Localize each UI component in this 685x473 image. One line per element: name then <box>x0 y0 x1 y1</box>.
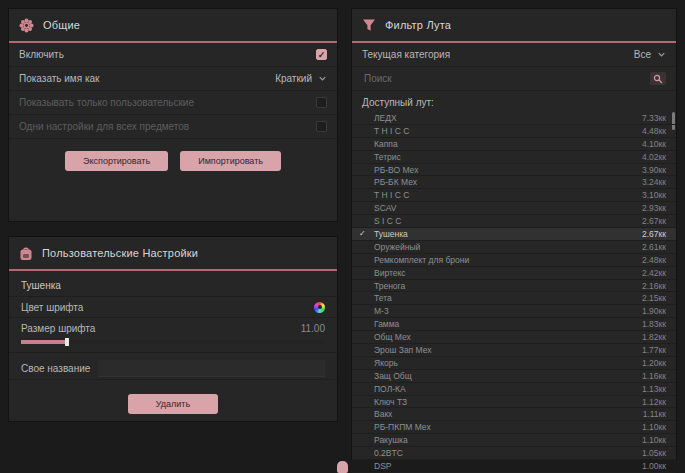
loot-item-row[interactable]: ✓Гамма1.83кк <box>352 318 676 331</box>
delete-row: Удалить <box>9 394 337 414</box>
custom-settings-panel: Пользовательские Настройки Тушенка Цвет … <box>8 236 338 422</box>
loot-item-value: 4.02кк <box>642 152 666 162</box>
loot-item-row[interactable]: ✓Общ Мех1.82кк <box>352 331 676 344</box>
custom-name-row: Свое название <box>9 357 337 380</box>
font-color-label: Цвет шрифта <box>21 302 83 313</box>
loot-item-row[interactable]: ✓Виртекс2.42кк <box>352 267 676 280</box>
loot-item-value: 3.24кк <box>642 177 666 187</box>
loot-item-name: Эрош Зап Мех <box>374 345 432 355</box>
search-icon <box>653 74 663 84</box>
name-display-label: Показать имя как <box>19 73 99 84</box>
loot-item-name: М-3 <box>374 306 389 316</box>
available-loot-label: Доступный лут: <box>352 91 676 112</box>
loot-item-row[interactable]: ✓М-31.90кк <box>352 305 676 318</box>
import-button[interactable]: Импортировать <box>180 151 281 171</box>
loot-item-row[interactable]: ✓Эрош Зап Мех1.77кк <box>352 344 676 357</box>
loot-item-row[interactable]: ✓Тетрис4.02кк <box>352 151 676 164</box>
loot-item-row[interactable]: ✓S I C C2.67кк <box>352 215 676 228</box>
selected-item-name: Тушенка <box>9 271 337 296</box>
loot-item-value: 3.90кк <box>642 165 666 175</box>
loot-item-row[interactable]: ✓SCAV2.93кк <box>352 202 676 215</box>
loot-item-row[interactable]: ✓ПОЛ-КА1.13кк <box>352 383 676 396</box>
loot-item-row[interactable]: ✓Оружейный2.61кк <box>352 241 676 254</box>
export-button[interactable]: Экспортировать <box>65 151 168 171</box>
loot-item-name: Общ Мех <box>374 332 411 342</box>
name-display-select[interactable]: Краткий <box>275 73 327 84</box>
loot-item-row[interactable]: ✓Якорь1.20кк <box>352 357 676 370</box>
loot-item-value: 1.82кк <box>642 332 666 342</box>
loot-item-value: 1.16кк <box>642 371 666 381</box>
only-custom-checkbox[interactable] <box>316 97 327 108</box>
loot-item-name: 0.2BTC <box>374 448 403 458</box>
loot-item-value: 1.77кк <box>642 345 666 355</box>
loot-item-value: 1.13кк <box>642 384 666 394</box>
backpack-icon <box>19 246 33 261</box>
category-label: Текущая категория <box>362 49 450 60</box>
loot-item-value: 2.48кк <box>642 255 666 265</box>
loot-item-value: 2.15кк <box>642 293 666 303</box>
loot-item-name: SCAV <box>374 203 397 213</box>
loot-item-value: 2.93кк <box>642 203 666 213</box>
loot-item-name: Виртекс <box>374 268 406 278</box>
loot-item-name: Тренога <box>374 281 405 291</box>
loot-item-name: Тетрис <box>374 152 401 162</box>
loot-item-value: 2.61кк <box>642 242 666 252</box>
search-row <box>352 67 676 91</box>
loot-item-row[interactable]: ✓РБ-БК Мех3.24кк <box>352 176 676 189</box>
loot-item-value: 1.10кк <box>642 435 666 445</box>
loot-item-row[interactable]: ✓Тренога2.16кк <box>352 280 676 293</box>
font-color-row: Цвет шрифта <box>9 296 337 317</box>
loot-item-name: Т Н I С С <box>374 126 409 136</box>
loot-panel-title: Фильтр Лута <box>385 19 451 31</box>
custom-name-input[interactable] <box>98 360 325 377</box>
loot-item-row[interactable]: ✓0.2BTC1.05кк <box>352 447 676 460</box>
loot-item-value: 4.48кк <box>642 126 666 136</box>
gear-flower-icon <box>19 18 34 33</box>
loot-item-row[interactable]: ✓РБ-ВО Мех3.90кк <box>352 164 676 177</box>
color-wheel-center <box>318 305 322 309</box>
category-value: Все <box>634 49 651 60</box>
loot-item-row[interactable]: ✓Т Н I С С4.48кк <box>352 125 676 138</box>
loot-item-name: Ремкомплект для брони <box>374 255 469 265</box>
loot-item-row[interactable]: ✓Т Н I С С3.10кк <box>352 189 676 202</box>
export-import-row: Экспортировать Импортировать <box>9 151 337 171</box>
color-wheel-icon[interactable] <box>314 302 325 313</box>
category-select[interactable]: Все <box>634 49 666 60</box>
loot-item-row[interactable]: ✓Ремкомплект для брони2.48кк <box>352 254 676 267</box>
funnel-filter-icon <box>362 18 376 32</box>
chevron-down-icon <box>657 50 666 59</box>
loot-item-name: Оружейный <box>374 242 420 252</box>
check-icon: ✓ <box>359 228 366 240</box>
category-row: Текущая категория Все <box>352 43 676 67</box>
loot-item-row[interactable]: ✓Тета2.15кк <box>352 292 676 305</box>
loot-item-row[interactable]: ✓Каппа4.10кк <box>352 138 676 151</box>
enable-checkbox[interactable]: ✓ <box>316 49 327 60</box>
bottom-grip-icon[interactable] <box>337 461 348 473</box>
font-size-slider[interactable] <box>21 340 325 344</box>
loot-item-value: 4.10кк <box>642 139 666 149</box>
loot-item-value: 1.20кк <box>642 358 666 368</box>
same-settings-checkbox[interactable] <box>316 121 327 132</box>
delete-button[interactable]: Удалить <box>128 394 218 414</box>
loot-item-value: 1.83кк <box>642 319 666 329</box>
general-panel-header: Общие <box>9 9 337 41</box>
loot-item-value: 2.67кк <box>642 216 666 226</box>
loot-item-row[interactable]: ✓Ключ ТЗ1.12кк <box>352 396 676 409</box>
loot-list: ✓ЛЕДХ7.33кк✓Т Н I С С4.48кк✓Каппа4.10кк✓… <box>352 112 676 473</box>
loot-item-value: 1.12кк <box>642 397 666 407</box>
font-size-row: Размер шрифта 11.00 <box>9 317 337 338</box>
loot-item-row[interactable]: ✓DSP1.00кк <box>352 460 676 473</box>
loot-item-name: РБ-ПКПМ Мех <box>374 422 431 432</box>
loot-item-row[interactable]: ✓Тушенка2.67кк <box>352 228 676 241</box>
loot-item-row[interactable]: ✓ЛЕДХ7.33кк <box>352 112 676 125</box>
font-size-value: 11.00 <box>301 323 325 334</box>
loot-item-row[interactable]: ✓Защ Общ1.16кк <box>352 370 676 383</box>
loot-item-value: 1.00кк <box>642 461 666 471</box>
loot-item-row[interactable]: ✓Вакх1.11кк <box>352 408 676 421</box>
slider-thumb[interactable] <box>65 338 69 346</box>
search-input[interactable] <box>362 72 650 85</box>
search-button[interactable] <box>650 72 666 85</box>
loot-item-row[interactable]: ✓РБ-ПКПМ Мех1.10кк <box>352 421 676 434</box>
same-settings-label: Одни настройки для всех предметов <box>19 121 189 132</box>
loot-item-row[interactable]: ✓Ракушка1.10кк <box>352 434 676 447</box>
